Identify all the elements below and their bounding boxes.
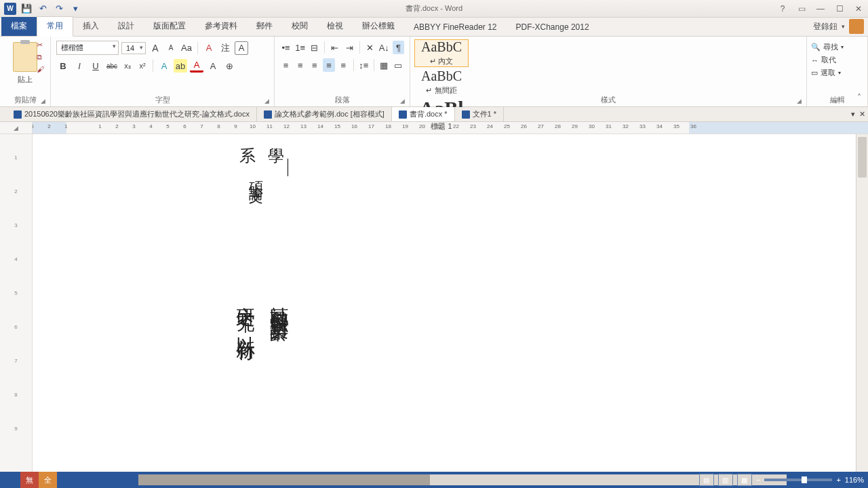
format-painter-icon[interactable]: 🖌 <box>37 65 47 75</box>
tab-references[interactable]: 參考資料 <box>195 17 247 36</box>
phonetic-guide-icon[interactable]: 注 <box>218 41 232 55</box>
tab-home[interactable]: 常用 <box>37 16 73 37</box>
zoom-level[interactable]: 116% <box>845 476 864 484</box>
font-size-combo[interactable]: 14 <box>121 42 146 54</box>
align-distribute-icon[interactable]: ≡ <box>338 58 349 72</box>
qat-customize-icon[interactable]: ▾ <box>69 3 81 15</box>
grow-font-icon[interactable]: A <box>149 41 162 55</box>
avatar[interactable] <box>849 19 864 34</box>
zoom-slider[interactable] <box>764 479 832 481</box>
view-print-icon[interactable]: ▤ <box>699 474 714 486</box>
ribbon-display-icon[interactable]: ▭ <box>792 1 811 17</box>
doctab-3[interactable]: 書背.docx * <box>392 107 455 121</box>
style-normal[interactable]: AaBbC ↵ 內文 <box>414 39 469 67</box>
decrease-indent-icon[interactable]: ⇤ <box>329 41 340 54</box>
maximize-icon[interactable]: ☐ <box>830 1 849 17</box>
qat-undo-icon[interactable]: ↶ <box>37 3 49 15</box>
numbering-icon[interactable]: 1≡ <box>294 41 306 54</box>
replace-button[interactable]: ↔取代 <box>810 54 865 66</box>
underline-button[interactable]: U <box>89 59 102 73</box>
tab-review[interactable]: 校閱 <box>282 17 317 36</box>
doctabs-menu-icon[interactable]: ▾ <box>851 110 855 119</box>
text-direction-icon[interactable]: ✕ <box>364 41 376 54</box>
minimize-icon[interactable]: — <box>811 1 830 17</box>
italic-button[interactable]: I <box>73 59 86 73</box>
bold-button[interactable]: B <box>56 59 70 73</box>
select-button[interactable]: ▭選取▾ <box>810 66 865 79</box>
strike-button[interactable]: abc <box>105 59 119 73</box>
styles-dialog-launcher[interactable]: ◢ <box>797 98 804 104</box>
char-shading-icon[interactable]: A <box>206 59 220 73</box>
document-page[interactable]: 學 系 碩士論文 社區學習對樂齡 之研究｜以新竹 <box>75 134 802 472</box>
tab-mailings[interactable]: 郵件 <box>247 17 282 36</box>
qat-redo-icon[interactable]: ↷ <box>53 3 65 15</box>
font-dialog-launcher[interactable]: ◢ <box>264 98 271 104</box>
replace-icon: ↔ <box>811 56 818 64</box>
paragraph-dialog-launcher[interactable]: ◢ <box>400 98 407 104</box>
ruler-corner[interactable]: ◢ <box>0 122 33 134</box>
clipboard-dialog-launcher[interactable]: ◢ <box>41 98 47 104</box>
align-center-icon[interactable]: ≡ <box>294 58 306 72</box>
show-marks-icon[interactable]: ¶ <box>393 41 404 54</box>
tab-abbyy[interactable]: ABBYY FineReader 12 <box>404 19 507 36</box>
copy-icon[interactable]: ⧉ <box>37 53 47 62</box>
increase-indent-icon[interactable]: ⇥ <box>343 41 355 54</box>
paste-button[interactable] <box>13 42 37 72</box>
horizontal-ruler[interactable]: 6543211234567891011121314151617181920212… <box>33 122 868 134</box>
tab-view[interactable]: 檢視 <box>317 17 353 36</box>
doctab-4[interactable]: 文件1 * <box>455 107 504 121</box>
close-icon[interactable]: ✕ <box>849 1 868 17</box>
tab-office[interactable]: 辦公標籤 <box>353 17 404 36</box>
font-name-combo[interactable]: 標楷體 <box>56 41 119 55</box>
doctab-2[interactable]: 論文格式參考範例.doc [相容模式] <box>257 107 392 121</box>
borders-icon[interactable]: ▭ <box>393 58 404 72</box>
tab-layout[interactable]: 版面配置 <box>144 17 195 36</box>
multilevel-icon[interactable]: ⊟ <box>309 41 320 54</box>
status-slider[interactable] <box>138 474 787 485</box>
change-case-icon[interactable]: Aa <box>180 41 193 55</box>
align-right-icon[interactable]: ≡ <box>309 58 320 72</box>
style-no-spacing[interactable]: AaBbC ↵ 無間距 <box>414 68 469 96</box>
doctabs-close-icon[interactable]: ✕ <box>859 110 865 119</box>
cut-icon[interactable]: ✂ <box>37 41 47 50</box>
view-read-icon[interactable]: ▥ <box>718 474 733 486</box>
superscript-button[interactable]: x² <box>136 59 149 73</box>
collapse-ribbon-icon[interactable]: ˄ <box>853 92 865 104</box>
find-button[interactable]: 🔍尋找▾ <box>810 41 865 54</box>
sort-icon[interactable]: A↓ <box>378 41 390 54</box>
doc-text-col5: 之研究｜以新竹 <box>225 291 265 329</box>
account-area[interactable]: 登錄鈕 ▾ <box>813 19 864 34</box>
line-spacing-icon[interactable]: ↕≡ <box>358 58 370 72</box>
bullets-icon[interactable]: •≡ <box>280 41 292 54</box>
align-left-icon[interactable]: ≡ <box>280 58 292 72</box>
char-border-icon[interactable]: A <box>235 41 248 55</box>
highlight-icon[interactable]: ab <box>174 59 187 73</box>
enclose-char-icon[interactable]: ⊕ <box>222 59 236 73</box>
font-color-icon[interactable]: A <box>190 59 203 73</box>
view-web-icon[interactable]: ▦ <box>737 474 752 486</box>
help-icon[interactable]: ? <box>773 1 792 17</box>
vertical-ruler[interactable]: 12 34 56 78 9 <box>0 134 33 472</box>
tab-design[interactable]: 設計 <box>108 17 144 36</box>
account-dropdown-icon[interactable]: ▾ <box>842 23 845 30</box>
shading-icon[interactable]: ▦ <box>378 58 390 72</box>
scrollbar-thumb[interactable] <box>858 137 867 178</box>
tab-pdfx[interactable]: PDF-XChange 2012 <box>507 19 599 36</box>
zoom-out-button[interactable]: − <box>756 476 760 484</box>
word-app-icon[interactable]: W <box>4 3 16 15</box>
vertical-scrollbar[interactable] <box>856 134 868 472</box>
doctab-1[interactable]: 20150620樂齡族社區資訊學習與適應行動世代之研究-論文格式.docx <box>7 107 257 121</box>
tab-insert[interactable]: 插入 <box>73 17 108 36</box>
tab-file[interactable]: 檔案 <box>1 17 37 36</box>
subscript-button[interactable]: x₂ <box>121 59 134 73</box>
zoom-in-button[interactable]: + <box>836 476 840 484</box>
status-btn-2[interactable]: 全 <box>39 472 57 488</box>
text-effects-icon[interactable]: A <box>157 59 171 73</box>
qat-save-icon[interactable]: 💾 <box>20 3 33 15</box>
clear-format-icon[interactable]: A <box>202 41 216 55</box>
shrink-font-icon[interactable]: A <box>165 41 177 55</box>
align-justify-icon[interactable]: ≡ <box>323 58 334 72</box>
document-tabs: 20150620樂齡族社區資訊學習與適應行動世代之研究-論文格式.docx 論文… <box>0 107 868 122</box>
page-viewport[interactable]: 學 系 碩士論文 社區學習對樂齡 之研究｜以新竹 <box>33 134 868 472</box>
status-btn-1[interactable]: 無 <box>20 472 39 488</box>
